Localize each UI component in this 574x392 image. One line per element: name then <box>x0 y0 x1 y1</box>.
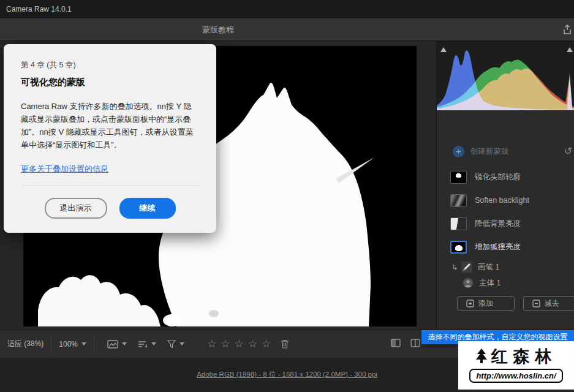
dialog-chapter: 第 4 章 (共 5 章) <box>21 60 199 70</box>
tree-icon <box>475 348 488 366</box>
brush-icon <box>461 262 472 273</box>
histogram-plot <box>437 41 574 110</box>
right-panel: + 创建新蒙版 ↺ 锐化头部轮廓 Soften backlight 降低背景亮度… <box>436 41 574 330</box>
subject-icon <box>463 277 474 288</box>
reset-icon[interactable]: ↺ <box>564 145 572 157</box>
plus-circle-icon: + <box>453 146 464 157</box>
mask-thumbnail <box>450 194 467 207</box>
dialog-body-text: Camera Raw 支持许多新的叠加选项。nn按 Y 隐藏或显示蒙版叠加，或点… <box>21 100 199 151</box>
chevron-down-icon[interactable] <box>81 342 86 345</box>
window-title: Camera Raw 14.0.1 <box>6 5 72 13</box>
mask-thumbnail-selected <box>450 241 467 254</box>
preview-mode-icon[interactable] <box>107 340 127 349</box>
mask-component-label: 主体 1 <box>479 278 500 288</box>
tutorial-header-bar: 蒙版教程 <box>0 18 574 41</box>
mask-thumbnail <box>450 171 467 184</box>
filter-icon[interactable] <box>167 340 184 349</box>
view-toggle-icons <box>391 330 420 358</box>
zoom-fit-control[interactable]: 适应 (38%) <box>7 339 43 349</box>
mask-item-label: 降低背景亮度 <box>475 219 521 229</box>
watermark-brand: 红森林 <box>491 349 557 365</box>
star-icon[interactable]: ☆ <box>262 339 271 349</box>
watermark: 红森林 http://www.hoslin.cn/ <box>458 341 574 390</box>
add-icon <box>466 300 474 307</box>
mask-component-label: 画笔 1 <box>478 262 499 273</box>
continue-button[interactable]: 继续 <box>119 198 176 219</box>
tutorial-header-title: 蒙版教程 <box>0 18 436 41</box>
exit-demo-button[interactable]: 退出演示 <box>45 198 107 219</box>
star-rating: ☆ ☆ ☆ ☆ ☆ <box>207 339 271 349</box>
subtract-button-label: 减去 <box>545 298 559 309</box>
zoom-level-control[interactable]: 100% <box>59 340 78 349</box>
dialog-divider <box>21 186 199 186</box>
star-icon[interactable]: ☆ <box>235 339 244 349</box>
trash-icon[interactable] <box>281 339 289 349</box>
mask-item-brighten-fox[interactable]: 增加狐狸亮度 <box>437 235 574 258</box>
chevron-down-icon <box>151 342 156 345</box>
highlight-clipping-icon[interactable] <box>566 44 573 50</box>
masks-panel: + 创建新蒙版 ↺ 锐化头部轮廓 Soften backlight 降低背景亮度… <box>437 110 574 330</box>
camera-raw-window: Camera Raw 14.0.1 蒙版教程 <box>0 0 574 392</box>
add-to-mask-button[interactable]: 添加 <box>457 296 515 311</box>
mask-component-brush[interactable]: ↳ 画笔 1 <box>437 260 574 274</box>
branch-arrow-icon: ↳ <box>451 263 460 272</box>
sort-order-icon[interactable] <box>138 340 156 349</box>
subtract-from-mask-button[interactable]: 减去 <box>523 296 574 311</box>
mask-thumbnail <box>450 217 467 230</box>
add-button-label: 添加 <box>478 298 493 309</box>
toolbar-divider <box>51 336 51 352</box>
watermark-header: 红森林 <box>475 348 557 366</box>
histogram[interactable] <box>437 41 574 110</box>
chevron-down-icon <box>179 342 184 345</box>
mask-item-label: 增加狐狸亮度 <box>475 242 521 252</box>
create-new-mask-button[interactable]: + 创建新蒙版 ↺ <box>437 142 574 160</box>
subtract-icon <box>532 300 540 307</box>
mask-actions-row: 添加 减去 <box>437 296 574 311</box>
window-titlebar: Camera Raw 14.0.1 <box>0 0 574 18</box>
mask-item-sharpen-head[interactable]: 锐化头部轮廓 <box>437 165 574 189</box>
overlay-settings-link[interactable]: 更多关于叠加设置的信息 <box>21 164 108 175</box>
shadow-clipping-icon[interactable] <box>440 44 447 50</box>
mask-component-subject[interactable]: 主体 1 <box>437 276 574 290</box>
mask-item-lower-background[interactable]: 降低背景亮度 <box>437 212 574 235</box>
mask-item-soften-backlight[interactable]: Soften backlight <box>437 189 574 212</box>
watermark-url: http://www.hoslin.cn/ <box>469 369 562 383</box>
toolbar-divider <box>94 336 94 352</box>
split-view-icon[interactable] <box>410 339 420 350</box>
star-icon[interactable]: ☆ <box>221 339 230 349</box>
mask-item-label: Soften backlight <box>475 196 529 205</box>
create-new-mask-label: 创建新蒙版 <box>470 146 509 157</box>
export-icon[interactable] <box>563 24 574 36</box>
before-after-icon[interactable] <box>391 339 401 350</box>
star-icon[interactable]: ☆ <box>248 339 257 349</box>
mask-item-label: 锐化头部轮廓 <box>475 172 521 183</box>
star-icon[interactable]: ☆ <box>207 339 216 349</box>
dialog-buttons-row: 退出演示 继续 <box>21 198 199 219</box>
tutorial-dialog: 第 4 章 (共 5 章) 可视化您的蒙版 Camera Raw 支持许多新的叠… <box>4 44 216 233</box>
dialog-title: 可视化您的蒙版 <box>21 77 199 88</box>
chevron-down-icon <box>122 342 127 345</box>
